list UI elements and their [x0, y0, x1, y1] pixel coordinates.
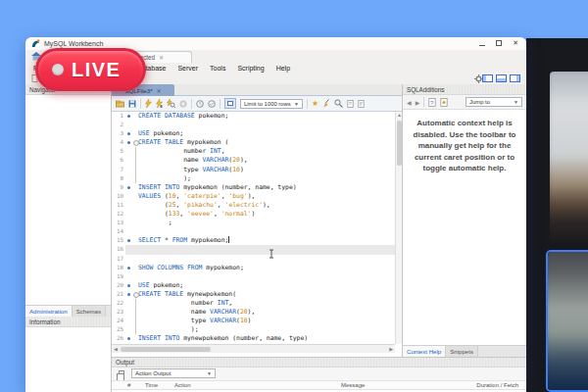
help-forward-icon[interactable]: ▶ — [416, 99, 420, 106]
code-line-10[interactable]: 10VALUES (10, 'caterpie', 'bug'), — [112, 192, 395, 201]
video-feed-top[interactable] — [550, 72, 588, 245]
output-col-time: Time — [145, 382, 158, 388]
connection-tab-close-icon[interactable]: ✕ — [159, 54, 164, 61]
code-line-20[interactable]: 20USE pokemon; — [112, 281, 395, 290]
output-toolbar: Action Output ▼ — [112, 368, 526, 380]
panel-tab-context-help[interactable]: Context Help — [403, 346, 446, 357]
close-icon[interactable]: ✕ — [513, 39, 518, 47]
live-badge: LIVE — [35, 48, 146, 91]
code-area[interactable]: 1CREATE DATABASE pokemon;23USE pokemon;4… — [112, 112, 395, 344]
code-line-22[interactable]: 22 number INT, — [112, 299, 395, 308]
code-line-16[interactable]: 16 — [112, 245, 395, 254]
output-col-action: Action — [174, 382, 191, 388]
code-line-1[interactable]: 1CREATE DATABASE pokemon; — [112, 112, 395, 121]
sidebar-tab-schemas[interactable]: Schemas — [73, 306, 106, 317]
code-line-17[interactable]: 17 — [112, 255, 395, 264]
menu-scripting[interactable]: Scripting — [231, 65, 270, 72]
output-view-value: Action Output — [135, 370, 171, 376]
toggle-autocommit-icon[interactable] — [196, 100, 204, 108]
information-section-header[interactable]: Information — [25, 317, 111, 327]
video-feed-bottom-active[interactable] — [546, 250, 588, 392]
invisible-characters-icon[interactable] — [347, 100, 354, 108]
code-line-23[interactable]: 23 name VARCHAR(20), — [112, 308, 395, 317]
code-line-3[interactable]: 3USE pokemon; — [112, 129, 395, 138]
scroll-left-icon[interactable]: ◀ — [114, 345, 118, 353]
chevron-down-icon: ▼ — [514, 99, 518, 105]
sidebar-tab-administration[interactable]: Administration — [25, 306, 73, 317]
menu-server[interactable]: Server — [172, 65, 204, 72]
statement-marker-icon — [125, 236, 132, 245]
navigator-sidebar: Navigator AdministrationSchemas Informat… — [25, 84, 112, 392]
code-line-24[interactable]: 24 type VARCHAR(10) — [112, 317, 395, 325]
find-icon[interactable] — [334, 99, 343, 108]
explain-plan-icon[interactable] — [167, 99, 175, 108]
statement-marker-icon — [125, 156, 132, 165]
vertical-scrollbar[interactable]: ▲ — [395, 112, 402, 344]
automatic-context-help-icon[interactable] — [440, 98, 448, 107]
toggle-limit-icon[interactable] — [224, 98, 236, 109]
clean-broom-icon[interactable] — [322, 99, 330, 108]
sql-additions-header: SQLAdditions — [403, 84, 526, 95]
limit-rows-dropdown[interactable]: Limit to 1000 rows ▼ — [240, 99, 303, 109]
code-line-15[interactable]: 15SELECT * FROM mypokemon; — [112, 236, 395, 245]
stop-execution-icon[interactable] — [179, 100, 187, 108]
statement-marker-icon — [125, 112, 132, 121]
code-line-14[interactable]: 14 — [112, 227, 395, 236]
output-panel: Output Action Output ▼ #TimeActionMessag… — [112, 357, 526, 392]
execute-current-statement-icon[interactable] — [156, 99, 163, 108]
statement-marker-icon — [125, 245, 132, 254]
toggle-sidebar-icon[interactable] — [482, 74, 493, 82]
horizontal-scroll-thumb[interactable] — [121, 347, 211, 352]
statement-marker-icon — [125, 174, 132, 183]
code-line-13[interactable]: 13 ; — [112, 219, 395, 227]
copy-output-icon[interactable] — [119, 370, 124, 376]
help-back-icon[interactable]: ◀ — [407, 99, 412, 106]
execute-icon[interactable] — [145, 99, 152, 108]
code-line-2[interactable]: 2 — [112, 121, 395, 129]
code-line-7[interactable]: 7 type VARCHAR(10) — [112, 166, 395, 174]
statement-marker-icon — [125, 281, 132, 290]
maximize-icon[interactable] — [496, 40, 502, 46]
menu-help[interactable]: Help — [270, 65, 296, 72]
statement-marker-icon — [125, 147, 132, 156]
menu-tools[interactable]: Tools — [204, 65, 231, 72]
code-line-6[interactable]: 6 name VARCHAR(20), — [112, 156, 395, 165]
statement-marker-icon — [125, 308, 132, 317]
panel-tab-snippets[interactable]: Snippets — [446, 346, 478, 357]
code-line-8[interactable]: 8 ); — [112, 174, 395, 183]
video-feed-bottom-blur — [546, 250, 588, 392]
sql-additions-toolbar: ◀ ▶ ? Jump to ▼ — [403, 95, 526, 110]
code-line-19[interactable]: 19 — [112, 272, 395, 281]
minimize-icon[interactable] — [479, 45, 485, 46]
code-line-21[interactable]: 21CREATE TABLE mynewpokemon( — [112, 290, 395, 299]
code-line-9[interactable]: 9INSERT INTO mypokemon (number, name, ty… — [112, 183, 395, 192]
context-help-text: Automatic context help is disabled. Use … — [411, 118, 518, 174]
toggle-output-area-icon[interactable] — [496, 74, 507, 82]
output-col-duration-fetch: Duration / Fetch — [476, 382, 518, 388]
manual-context-help-icon[interactable]: ? — [428, 98, 436, 107]
jump-to-dropdown[interactable]: Jump to ▼ — [466, 97, 522, 107]
editor-tab-close-icon[interactable]: ✕ — [157, 87, 162, 94]
word-wrap-icon[interactable] — [358, 100, 365, 108]
code-line-26[interactable]: 26INSERT INTO mynewpokemon (number, name… — [112, 334, 395, 343]
horizontal-scrollbar[interactable]: ◀ ▶ — [112, 344, 395, 353]
statement-marker-icon — [125, 183, 132, 192]
toggle-secondary-sidebar-icon[interactable] — [510, 74, 520, 82]
output-col--: # — [127, 382, 130, 388]
code-line-12[interactable]: 12 (133, 'eevee', 'normal') — [112, 210, 395, 219]
code-line-5[interactable]: 5 number INT, — [112, 147, 395, 156]
scroll-right-icon[interactable]: ▶ — [389, 345, 393, 353]
save-icon[interactable] — [128, 100, 136, 108]
code-line-11[interactable]: 11 (25, 'pikachu', 'electric'), — [112, 201, 395, 210]
statement-marker-icon — [125, 317, 132, 325]
commit-icon[interactable] — [208, 100, 216, 108]
statement-marker-icon — [125, 264, 132, 272]
code-line-25[interactable]: 25 ); — [112, 325, 395, 334]
open-file-icon[interactable] — [116, 100, 124, 108]
video-call-panel — [526, 38, 588, 392]
beautify-script-icon[interactable]: ★ — [312, 100, 318, 108]
code-line-4[interactable]: 4CREATE TABLE mypokemon ( — [112, 138, 395, 147]
code-line-18[interactable]: 18SHOW COLUMNS FROM mypokemon; — [112, 264, 395, 272]
statement-marker-icon — [125, 219, 132, 227]
output-view-dropdown[interactable]: Action Output ▼ — [131, 368, 216, 378]
